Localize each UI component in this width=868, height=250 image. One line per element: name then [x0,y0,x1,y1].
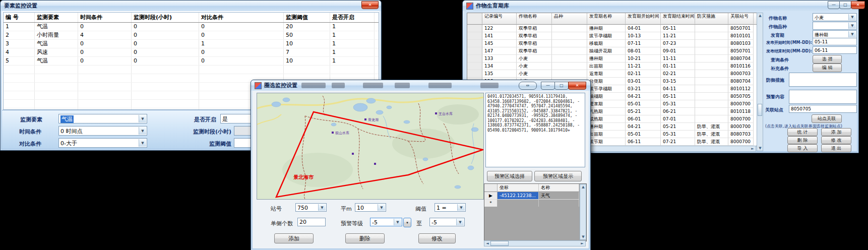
table-cell: ▶ [484,192,498,200]
table-row[interactable]: 2小时雨量400501 [4,31,379,40]
table-row[interactable]: ▶-45122.12238...天气 [484,192,579,200]
table-cell [35,91,78,99]
minimize-button[interactable]: — [541,82,555,90]
map-canvas[interactable]: 双山水库 青龙湖 王台水库 景北海市 [257,93,484,200]
table-row[interactable] [4,66,379,74]
region-grid-container: 坐标名称 ▶-45122.12238...天气* ▲ ▼ [484,183,587,241]
titlebar-crop-db[interactable]: 作物生育期库 [463,1,858,11]
scroll-down-icon[interactable]: ▼ [757,146,763,150]
level-stepper[interactable]: ▾ [403,218,411,227]
scroll-up-icon[interactable]: ▲ [580,185,586,189]
table-cell: 06-01 [626,115,661,123]
exit-button[interactable]: 退 出 [821,144,851,152]
region-pick-button[interactable]: 预警区域选择 [487,171,532,181]
side-count-field[interactable] [297,218,326,226]
station-link-button[interactable]: 站点关联 [812,114,842,123]
scroll-down-icon[interactable]: ▼ [580,235,586,239]
titlebar-region-select[interactable]: 圈选监控设置 [251,80,590,91]
stat-button[interactable]: 统 计 [787,128,818,136]
element-select[interactable]: 气温 ▼ [58,114,147,123]
station-no-select[interactable]: 750▼ [295,203,327,212]
level-to-select[interactable]: -5▼ [429,218,465,226]
warning-content-textarea[interactable] [789,90,857,104]
close-button[interactable]: ✕ [568,82,586,90]
table-cell [695,32,728,40]
table-cell: 05-31 [661,131,695,138]
edit-button[interactable]: 编 辑 [813,64,842,72]
end-date-field[interactable] [813,46,857,54]
chevron-down-icon: ▼ [457,204,465,211]
table-row[interactable]: 134小麦出苗期11-2101-118010116 [467,62,757,70]
table-row[interactable]: 135小麦返青期02-1102-218000703 [467,70,757,78]
table-cell: 07-01 [661,115,695,123]
scroll-left-icon[interactable]: ◄ [484,241,490,245]
crop-name-select[interactable]: 小麦▼ [813,13,857,21]
table-row[interactable]: * [484,200,579,207]
table-row[interactable]: 1气温000201 [4,23,379,31]
scroll-up-icon[interactable]: ▲ [757,14,763,18]
scroll-right-icon[interactable]: ► [750,147,756,151]
delete-button[interactable]: 删 除 [787,136,818,144]
v-scrollbar[interactable]: ▲ ▼ [580,184,586,240]
table-cell: 141 [482,32,517,40]
table-row[interactable]: 122双季早稻播种期04-0105-118050701 [467,25,757,32]
table-row[interactable]: 141双季早稻拔节孕穗期10-1311-218010101 [467,32,757,40]
table-cell: 拔节孕穗期 [587,32,626,40]
table-row[interactable]: 5气温000101 [4,57,379,66]
radius-select[interactable]: 10▼ [355,203,386,212]
v-scrollbar[interactable]: ▲ ▼ [757,13,763,151]
table-cell: 0 [132,57,199,65]
table-header-row: 记录编号作物名称品种发育期名称发育期开始时间发育期结束时间防灾措施关联站号 [467,13,757,25]
table-row[interactable]: 145双季早稻移栽期07-1107-238080103 [467,40,757,47]
query-condition-label: 查询条件 [771,57,789,64]
compare-condition-select[interactable]: 0-大于 ▼ [58,138,147,148]
table-cell [695,62,728,70]
import-button[interactable]: 导 入 [787,144,818,152]
close-button[interactable]: ✕ [361,1,379,9]
end-date-label: 发布结束时间(MM-DD): [766,48,812,54]
query-select-button[interactable]: 选 择 [813,55,842,64]
table-cell: 出苗期 [587,62,626,70]
modify-button[interactable]: 修 改 [821,136,851,144]
close-button[interactable]: ✕ [851,1,865,9]
variety-select[interactable]: ▼ [813,22,857,30]
table-cell [695,25,728,32]
region-coords-text[interactable]: 0491.0172034571, 905914.13179410, 63458.… [485,93,585,167]
minimize-button[interactable]: — [828,1,840,9]
measures-textarea[interactable] [789,73,857,87]
table-row[interactable]: 147双季早稻抽穗开花期08-0109-018050701 [467,47,757,55]
threshold-select[interactable]: 1 =▼ [435,203,466,212]
scroll-right-icon[interactable]: ► [579,241,585,245]
table-row[interactable]: 4风速00071 [4,48,379,57]
column-header: 发育期结束时间 [661,13,695,24]
start-date-field[interactable] [813,38,857,45]
level-select[interactable]: -5▼ [370,218,402,226]
maximize-button[interactable]: □ [554,82,569,90]
scroll-thumb[interactable] [490,241,509,246]
table-cell: 05-21 [661,123,695,131]
maximize-button[interactable]: □ [839,1,851,9]
table-cell: 0 [132,40,199,48]
table-cell: 双季早稻 [517,25,552,32]
modify-button[interactable]: 修改 [418,233,456,243]
table-row[interactable]: 133小麦播种期10-2111-118080704 [467,55,757,62]
titlebar-element-monitor[interactable]: 要素监控设置 [1,1,381,11]
table-cell: 04-11 [661,85,695,93]
table-cell: 11-11 [661,55,695,62]
table-cell: 拔节孕穗期 [587,85,626,93]
station-field[interactable] [789,105,857,113]
restore-pill-button[interactable]: ⇔ [519,82,537,90]
time-condition-select[interactable]: 0 时间点 ▼ [58,126,147,136]
scroll-thumb[interactable] [758,104,762,116]
table-cell: 4 [78,31,132,39]
region-show-button[interactable]: 预警区域显示 [534,171,582,181]
table-cell: 147 [482,47,517,55]
add-button[interactable]: 添加 [274,233,314,243]
stage-select[interactable]: 播种期▼ [813,30,857,38]
column-header: 监测阈值 [284,13,330,22]
table-row[interactable]: 3气温001101 [4,40,379,48]
h-scrollbar[interactable]: ◄ ► [484,240,586,246]
period-label: 监测时段(小时) [183,128,231,136]
delete-button[interactable]: 删除 [345,233,385,243]
add-button[interactable]: 添 加 [821,128,851,136]
